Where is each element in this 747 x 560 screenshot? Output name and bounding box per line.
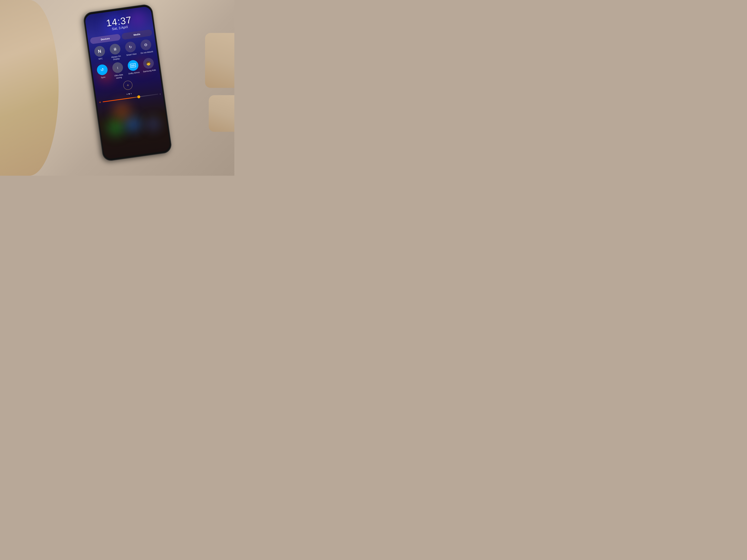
dnd-label: Do not disturb [140, 50, 153, 55]
nfc-icon: N [98, 49, 101, 54]
sync-icon: ↺ [100, 68, 104, 73]
dot-2 [129, 93, 130, 95]
quick-tiles-grid: N NFC 🖥 Always On Display ↻ Smart [91, 38, 158, 82]
tile-sync[interactable]: ↺ Sync [95, 64, 111, 82]
ultra-data-icon: ↕ [117, 65, 119, 70]
quick-settings-panel: Devices Media N NFC 🖥 Always On Di [90, 29, 159, 94]
tile-dolby[interactable]: DD Dolby Atmos [125, 59, 141, 78]
sync-label: Sync [101, 76, 106, 79]
tile-ultra-data[interactable]: ↕ Ultra data saving [110, 61, 126, 80]
tile-nfc[interactable]: N NFC [92, 45, 108, 63]
ultra-data-label: Ultra data saving [111, 73, 126, 80]
dot-3 [131, 93, 132, 94]
hand-right-top [205, 33, 234, 88]
samsung-kids-icon-circle: 🧒 [143, 57, 155, 70]
ultra-data-icon-circle: ↕ [111, 62, 124, 74]
aod-label: Always On Display [109, 55, 124, 61]
dolby-icon-circle: DD [127, 59, 139, 72]
smart-view-icon-circle: ↻ [124, 41, 136, 53]
bg-blob-blue3 [146, 117, 160, 131]
sync-icon-circle: ↺ [96, 64, 108, 76]
aod-icon: 🖥 [113, 47, 117, 52]
smart-view-label: Smart View [126, 53, 136, 57]
hand-left [0, 0, 58, 176]
samsung-kids-label: Samsung Kids [143, 69, 156, 73]
tile-dnd[interactable]: ⊖ Do not disturb [138, 38, 154, 57]
brightness-low-icon: ☀ [99, 101, 101, 104]
nfc-label: NFC [98, 57, 103, 60]
tab-media[interactable]: Media [121, 29, 152, 40]
brightness-thumb[interactable] [137, 95, 140, 99]
dolby-label: Dolby Atmos [128, 71, 140, 75]
bg-blob-green [107, 118, 125, 137]
brightness-track[interactable] [103, 94, 158, 102]
tile-aod[interactable]: 🖥 Always On Display [107, 43, 124, 61]
dot-1 [127, 94, 128, 95]
dolby-icon: DD [130, 63, 136, 68]
tile-smart-view[interactable]: ↻ Smart View [123, 41, 139, 59]
add-tile-button[interactable]: + [123, 80, 133, 90]
tile-samsung-kids[interactable]: 🧒 Samsung Kids [140, 57, 157, 75]
aod-icon-circle: 🖥 [109, 43, 121, 55]
tab-devices[interactable]: Devices [90, 34, 121, 44]
hand-right-bottom [209, 95, 234, 132]
dnd-icon: ⊖ [144, 42, 148, 47]
smart-view-icon: ↻ [129, 45, 132, 49]
brightness-expand-icon[interactable]: › [159, 92, 161, 95]
samsung-kids-icon: 🧒 [146, 61, 151, 66]
nfc-icon-circle: N [94, 45, 106, 57]
dnd-icon-circle: ⊖ [140, 39, 152, 51]
